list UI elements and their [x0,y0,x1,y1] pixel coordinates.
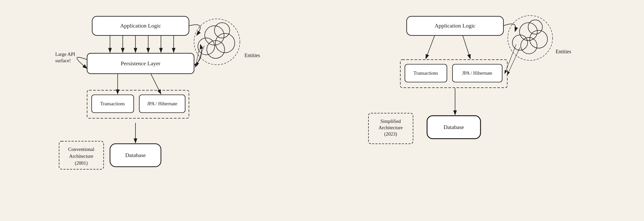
diagram-conventional: Application Logic Persistence Layer Tran… [54,6,283,215]
persistence-label-1: Persistence Layer [121,60,160,67]
arch-label-1: Conventional [68,147,94,152]
diagram-simplified: Application Logic Transactions JPA / Hib… [361,6,590,215]
jpa-label-1: JPA / Hibernate [147,101,177,106]
arch-label-1b: Architecture [69,153,93,159]
svg-point-35 [521,37,537,54]
app-logic-label-2: Application Logic [434,22,475,29]
svg-line-40 [463,35,470,59]
svg-point-34 [530,30,547,48]
svg-point-37 [528,20,542,34]
diagrams-container: Application Logic Persistence Layer Tran… [0,0,644,221]
arch-label-1c: (2001) [75,160,88,166]
svg-point-11 [214,23,230,38]
svg-line-24 [151,74,161,94]
database-label-2: Database [443,124,464,130]
entities-label-1: Entities [244,53,260,58]
database-label-1: Database [125,152,146,158]
arch-label-2c: (2023) [384,131,397,137]
large-api-label: Large API [55,51,75,57]
arch-label-2: Simplified [380,119,401,124]
transactions-label-1: Transactions [100,101,125,106]
transactions-label-2: Transactions [414,70,438,76]
large-api-label2: surface! [55,58,71,63]
app-logic-label-1: Application Logic [120,22,161,29]
svg-point-12 [194,19,240,65]
svg-point-8 [215,33,235,53]
svg-line-39 [426,35,435,59]
jpa-label-2: JPA / Hibernate [462,70,492,76]
entities-label-2: Entities [556,49,571,54]
arch-label-2b: Architecture [378,125,403,130]
